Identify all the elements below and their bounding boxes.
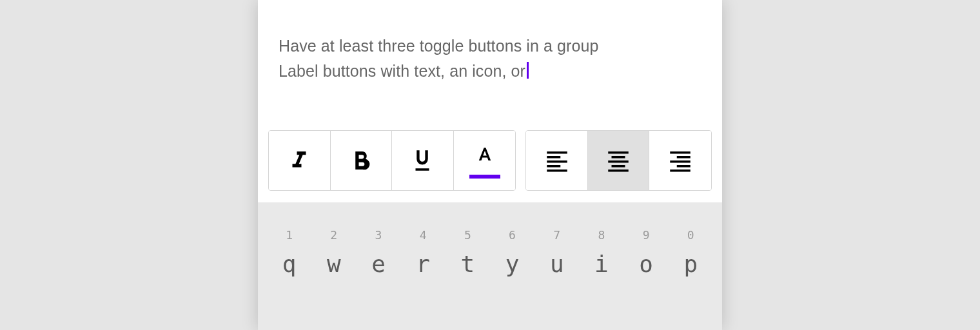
text-style-group xyxy=(268,130,516,191)
body-text: Have at least three toggle buttons in a … xyxy=(279,34,701,84)
key[interactable]: r xyxy=(403,251,443,277)
align-left-icon xyxy=(544,147,571,174)
underline-button[interactable] xyxy=(392,131,454,190)
key-hint: 1 xyxy=(270,228,309,242)
italic-button[interactable] xyxy=(269,131,331,190)
key[interactable]: w xyxy=(314,251,354,277)
key[interactable]: e xyxy=(358,251,398,277)
key-hint: 2 xyxy=(314,228,354,242)
key-hint: 4 xyxy=(403,228,443,242)
key-hint: 0 xyxy=(671,228,710,242)
formatting-toolbar xyxy=(258,130,722,202)
body-line-2: Label buttons with text, an icon, or xyxy=(279,62,525,80)
align-left-button[interactable] xyxy=(526,131,588,190)
key[interactable]: o xyxy=(626,251,666,277)
underline-icon xyxy=(409,147,436,174)
keyboard-letter-row: q w e r t y u i o p xyxy=(258,251,722,277)
text-color-swatch xyxy=(469,175,500,179)
key-hint: 7 xyxy=(537,228,577,242)
key[interactable]: t xyxy=(447,251,487,277)
key-hint: 5 xyxy=(447,228,487,242)
align-center-button[interactable] xyxy=(588,131,650,190)
key[interactable]: y xyxy=(493,251,533,277)
body-line-1: Have at least three toggle buttons in a … xyxy=(279,37,599,55)
text-color-button[interactable] xyxy=(454,131,516,190)
align-right-button[interactable] xyxy=(649,131,711,190)
device-frame: Toggle button requirements: Have at leas… xyxy=(258,0,722,330)
key-hint: 9 xyxy=(626,228,666,242)
text-caret xyxy=(527,62,529,79)
keyboard-number-row: 1 2 3 4 5 6 7 8 9 0 xyxy=(258,228,722,242)
alignment-group xyxy=(525,130,712,191)
align-center-icon xyxy=(605,147,632,174)
key-hint: 8 xyxy=(582,228,622,242)
key[interactable]: q xyxy=(270,251,309,277)
on-screen-keyboard: 1 2 3 4 5 6 7 8 9 0 q w e r t y u i o p xyxy=(258,202,722,330)
key[interactable]: p xyxy=(671,251,710,277)
bold-icon xyxy=(348,147,375,174)
align-right-icon xyxy=(667,147,694,174)
key[interactable]: i xyxy=(582,251,622,277)
key[interactable]: u xyxy=(537,251,577,277)
document-area[interactable]: Toggle button requirements: Have at leas… xyxy=(258,0,722,130)
key-hint: 6 xyxy=(493,228,533,242)
italic-icon xyxy=(286,147,313,174)
key-hint: 3 xyxy=(358,228,398,242)
bold-button[interactable] xyxy=(331,131,393,190)
text-color-icon xyxy=(474,145,496,167)
